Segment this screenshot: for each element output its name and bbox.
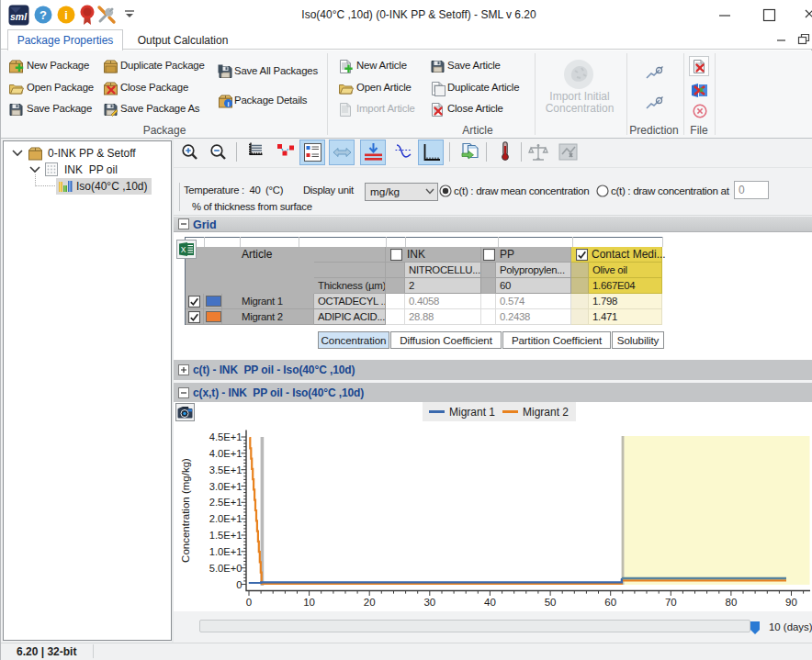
svg-text:i: i — [227, 100, 229, 108]
svg-text:sml: sml — [10, 11, 28, 22]
svg-text:1.0E+1: 1.0E+1 — [209, 546, 242, 557]
svg-text:4.0E+1: 4.0E+1 — [209, 448, 242, 459]
svg-text:10: 10 — [303, 597, 315, 608]
svg-text:80: 80 — [726, 597, 738, 608]
svg-text:0: 0 — [246, 597, 252, 608]
svg-text:70: 70 — [665, 597, 677, 608]
svg-text:5.0E+0: 5.0E+0 — [209, 563, 242, 574]
svg-text:20: 20 — [364, 597, 376, 608]
svg-text:?: ? — [39, 8, 47, 22]
svg-text:3.0E+1: 3.0E+1 — [209, 481, 242, 492]
svg-text:4.5E+1: 4.5E+1 — [209, 431, 242, 442]
svg-text:X: X — [181, 245, 186, 254]
svg-text:2.5E+1: 2.5E+1 — [209, 497, 242, 508]
svg-text:60: 60 — [604, 597, 616, 608]
svg-text:3.5E+1: 3.5E+1 — [209, 464, 242, 475]
svg-text:40: 40 — [484, 597, 496, 608]
svg-text:50: 50 — [545, 597, 557, 608]
svg-text:Concentration (mg/kg): Concentration (mg/kg) — [180, 458, 191, 563]
svg-text:2.0E+1: 2.0E+1 — [209, 513, 242, 524]
svg-text:30: 30 — [423, 597, 435, 608]
svg-text:i: i — [64, 8, 68, 22]
svg-text:1.5E+1: 1.5E+1 — [209, 530, 242, 541]
svg-text:90: 90 — [785, 597, 797, 608]
